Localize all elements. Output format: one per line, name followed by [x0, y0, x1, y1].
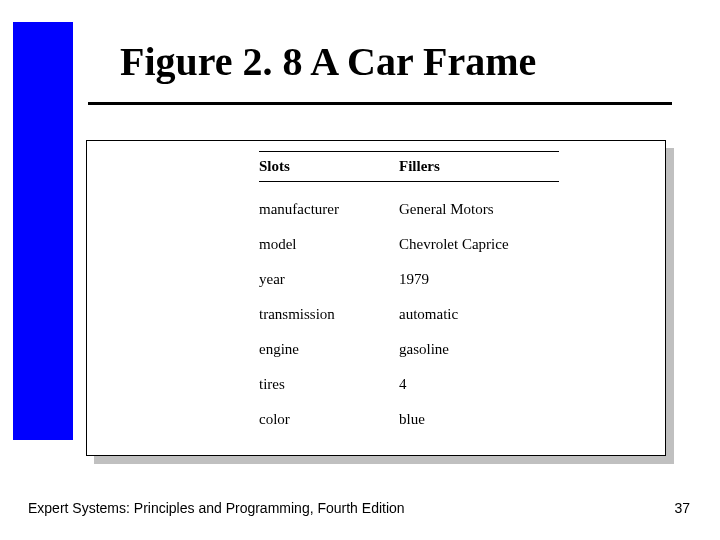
slide-title: Figure 2. 8 A Car Frame: [120, 38, 536, 85]
cell-filler: General Motors: [399, 201, 569, 218]
cell-slot: model: [259, 236, 399, 253]
cell-slot: year: [259, 271, 399, 288]
table-row: engine gasoline: [259, 332, 579, 367]
cell-filler: automatic: [399, 306, 569, 323]
title-underline: [88, 102, 672, 105]
header-slots: Slots: [259, 158, 399, 175]
table-row: tires 4: [259, 367, 579, 402]
table-row: model Chevrolet Caprice: [259, 227, 579, 262]
table-row: year 1979: [259, 262, 579, 297]
cell-slot: manufacturer: [259, 201, 399, 218]
figure-panel: Slots Fillers manufacturer General Motor…: [86, 140, 666, 456]
table-rule-bottom: [259, 181, 559, 182]
header-fillers: Fillers: [399, 158, 569, 175]
footer-text: Expert Systems: Principles and Programmi…: [28, 500, 405, 516]
cell-slot: tires: [259, 376, 399, 393]
cell-filler: 4: [399, 376, 569, 393]
cell-filler: 1979: [399, 271, 569, 288]
cell-slot: color: [259, 411, 399, 428]
cell-filler: blue: [399, 411, 569, 428]
cell-slot: engine: [259, 341, 399, 358]
table-row: manufacturer General Motors: [259, 192, 579, 227]
cell-slot: transmission: [259, 306, 399, 323]
frame-table: Slots Fillers manufacturer General Motor…: [259, 151, 579, 437]
page-number: 37: [674, 500, 690, 516]
table-header-row: Slots Fillers: [259, 152, 579, 181]
cell-filler: Chevrolet Caprice: [399, 236, 569, 253]
table-row: transmission automatic: [259, 297, 579, 332]
cell-filler: gasoline: [399, 341, 569, 358]
table-row: color blue: [259, 402, 579, 437]
table-body: manufacturer General Motors model Chevro…: [259, 192, 579, 437]
accent-bar: [13, 22, 73, 440]
